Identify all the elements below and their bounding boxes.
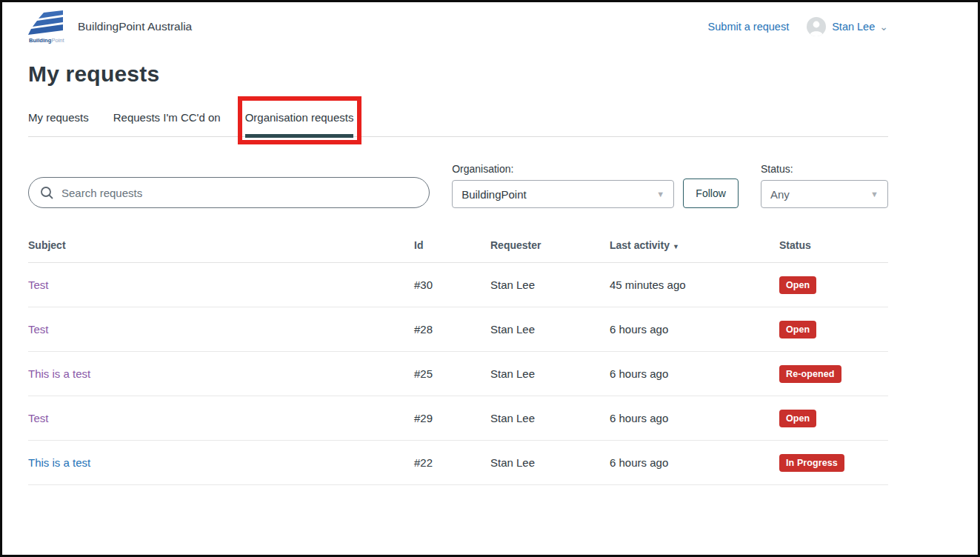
table-header: Subject Id Requester Last activity▼ Stat… xyxy=(28,239,888,263)
sort-desc-icon: ▼ xyxy=(673,243,679,250)
table-row: This is a test #22 Stan Lee 6 hours ago … xyxy=(28,441,888,485)
search-input[interactable] xyxy=(61,187,418,199)
column-header-requester: Requester xyxy=(490,239,610,251)
screenshot-frame: BuildingPoint BuildingPoint Australia Su… xyxy=(0,0,980,557)
request-requester: Stan Lee xyxy=(490,278,610,291)
status-badge: In Progress xyxy=(779,454,844,472)
status-select[interactable]: Any ▼ xyxy=(761,180,888,208)
request-requester: Stan Lee xyxy=(490,323,610,336)
chevron-down-icon: ▼ xyxy=(656,190,664,199)
page-title: My requests xyxy=(28,61,888,87)
brand-name: BuildingPoint Australia xyxy=(78,20,192,33)
request-last-activity: 6 hours ago xyxy=(610,412,779,424)
request-subject-link[interactable]: Test xyxy=(28,278,49,291)
status-badge: Open xyxy=(779,276,816,294)
search-box[interactable] xyxy=(28,177,430,208)
request-id: #22 xyxy=(414,456,490,469)
request-subject-link[interactable]: This is a test xyxy=(28,456,90,469)
user-menu[interactable]: Stan Lee xyxy=(832,21,875,33)
filter-bar: Organisation: BuildingPoint ▼ Follow Sta… xyxy=(28,163,888,208)
request-last-activity: 45 minutes ago xyxy=(610,278,779,291)
logo-text-light: Point xyxy=(51,37,64,44)
request-requester: Stan Lee xyxy=(490,367,610,380)
request-last-activity: 6 hours ago xyxy=(610,456,779,469)
column-header-last-activity[interactable]: Last activity▼ xyxy=(610,239,779,251)
tab-bar: My requests Requests I'm CC'd on Organis… xyxy=(28,111,888,137)
tab-my-requests[interactable]: My requests xyxy=(28,111,89,136)
tab-organisation-requests-label: Organisation requests xyxy=(245,111,354,124)
request-last-activity: 6 hours ago xyxy=(610,367,779,380)
request-requester: Stan Lee xyxy=(490,456,610,469)
table-row: Test #29 Stan Lee 6 hours ago Open xyxy=(28,396,888,441)
chevron-down-icon[interactable]: ⌄ xyxy=(879,21,888,32)
user-icon xyxy=(807,17,826,36)
header: BuildingPoint BuildingPoint Australia Su… xyxy=(28,2,888,51)
table-row: Test #28 Stan Lee 6 hours ago Open xyxy=(28,307,888,352)
table-body: Test #30 Stan Lee 45 minutes ago Open Te… xyxy=(28,263,888,485)
follow-button[interactable]: Follow xyxy=(683,179,739,208)
column-header-subject: Subject xyxy=(28,239,414,251)
requests-table: Subject Id Requester Last activity▼ Stat… xyxy=(28,239,888,485)
column-header-status: Status xyxy=(779,239,888,251)
status-badge: Open xyxy=(779,321,816,338)
column-header-id: Id xyxy=(414,239,490,251)
request-id: #28 xyxy=(414,323,490,336)
request-id: #25 xyxy=(414,367,490,380)
avatar[interactable] xyxy=(807,17,826,36)
status-badge: Open xyxy=(779,410,816,427)
organisation-select[interactable]: BuildingPoint ▼ xyxy=(452,180,674,208)
request-requester: Stan Lee xyxy=(490,412,610,424)
status-selected-value: Any xyxy=(770,188,790,201)
status-badge: Re-opened xyxy=(779,365,841,383)
organisation-label: Organisation: xyxy=(452,163,674,175)
request-id: #30 xyxy=(414,278,490,291)
request-id: #29 xyxy=(414,412,490,424)
request-subject-link[interactable]: Test xyxy=(28,323,49,336)
svg-text:BuildingPoint: BuildingPoint xyxy=(29,37,65,44)
tab-organisation-requests[interactable]: Organisation requests xyxy=(245,111,354,136)
buildingpoint-logo-icon[interactable]: BuildingPoint xyxy=(28,10,68,44)
table-row: Test #30 Stan Lee 45 minutes ago Open xyxy=(28,263,888,307)
chevron-down-icon: ▼ xyxy=(870,190,879,199)
request-last-activity: 6 hours ago xyxy=(610,323,779,336)
submit-request-link[interactable]: Submit a request xyxy=(708,21,790,33)
organisation-selected-value: BuildingPoint xyxy=(461,188,527,201)
request-subject-link[interactable]: Test xyxy=(28,412,49,424)
logo-text-bold: Building xyxy=(29,37,52,44)
table-row: This is a test #25 Stan Lee 6 hours ago … xyxy=(28,352,888,396)
status-label: Status: xyxy=(761,163,888,175)
request-subject-link[interactable]: This is a test xyxy=(28,367,90,380)
tab-requests-ccd-on[interactable]: Requests I'm CC'd on xyxy=(113,111,221,136)
search-icon xyxy=(40,186,54,200)
